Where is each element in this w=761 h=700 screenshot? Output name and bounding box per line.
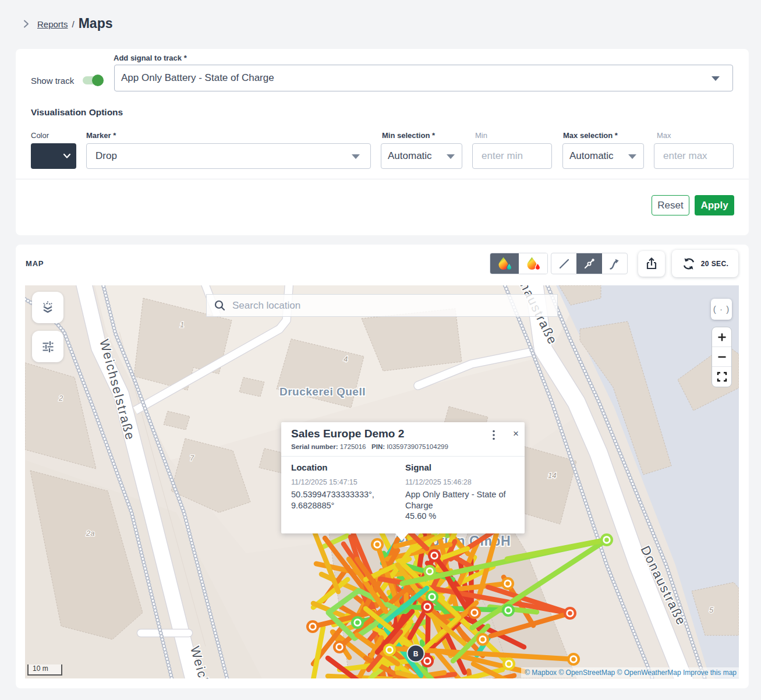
svg-text:4: 4 (344, 355, 348, 363)
svg-text:1: 1 (180, 320, 184, 329)
svg-text:2a: 2a (86, 529, 94, 538)
svg-text:Druckerei Quell: Druckerei Quell (279, 386, 366, 398)
svg-text:7: 7 (190, 454, 194, 462)
svg-text:2: 2 (58, 394, 63, 402)
svg-text:B: B (413, 650, 419, 658)
svg-text:14: 14 (548, 471, 556, 480)
svg-text:5: 5 (709, 606, 714, 614)
